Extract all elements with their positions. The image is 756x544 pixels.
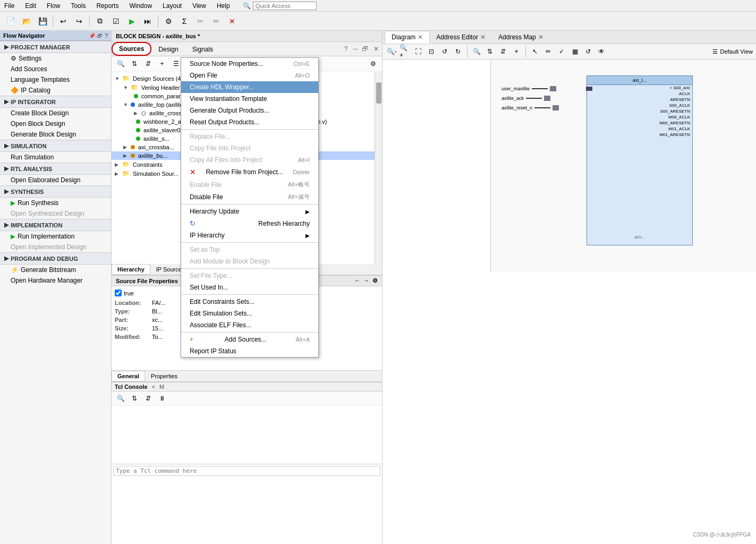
menu-tools[interactable]: Tools [69, 1, 88, 11]
section-rtl-analysis[interactable]: ▶ RTL ANALYSIS [0, 163, 111, 175]
undo-button[interactable]: ↩ [56, 14, 71, 29]
tcl-collapse-btn[interactable]: ⇅ [129, 393, 140, 404]
ctx-disable-file[interactable]: Disable File Alt+减号 [181, 191, 318, 203]
menu-file[interactable]: File [2, 1, 16, 11]
tcl-pause-btn[interactable]: ⏸ [156, 393, 168, 404]
tcl-expand-btn[interactable]: ⇵ [142, 393, 154, 404]
nav-pin-button[interactable]: 📌 [89, 33, 95, 39]
diag-view-selector[interactable]: ☰ Default View [712, 48, 753, 55]
diagram-tab-address-editor[interactable]: Address Editor ✕ [430, 31, 492, 43]
sources-help-btn[interactable]: ? [341, 45, 351, 53]
sources-collapse-btn[interactable]: ⇅ [129, 58, 140, 70]
step-button[interactable]: ⏭ [140, 14, 155, 29]
diag-validate-btn[interactable]: ▦ [569, 46, 581, 57]
save-button[interactable]: 💾 [35, 14, 50, 29]
sidebar-item-open-implemented[interactable]: Open Implemented Design [0, 242, 111, 252]
ctx-reset-output[interactable]: Reset Output Products... [181, 116, 318, 128]
section-synthesis[interactable]: ▶ SYNTHESIS [0, 185, 111, 198]
sidebar-item-language-templates[interactable]: Language Templates [0, 74, 111, 85]
sources-expand-btn[interactable]: ⇵ [142, 58, 154, 70]
diag-view-btn[interactable]: 👁 [596, 46, 607, 57]
tcl-messages-btn[interactable]: M [159, 384, 164, 390]
sum-button[interactable]: Σ [177, 14, 192, 29]
sidebar-item-open-block-design[interactable]: Open Block Design [0, 118, 111, 129]
sources-minimize-btn[interactable]: ─ [351, 45, 360, 53]
diag-fit2-btn[interactable]: ⊡ [426, 46, 437, 57]
diag-add-btn[interactable]: + [511, 46, 522, 57]
diag-refresh-btn[interactable]: ↺ [582, 46, 594, 57]
sidebar-item-open-hw-manager[interactable]: Open Hardware Manager [0, 275, 111, 286]
address-map-close[interactable]: ✕ [538, 33, 543, 41]
props-fwd-btn[interactable]: → [363, 277, 369, 284]
ctx-create-hdl-wrapper[interactable]: Create HDL Wrapper... [181, 81, 318, 93]
diag-select-btn[interactable]: ↖ [529, 46, 541, 57]
diag-fit-btn[interactable]: ⛶ [412, 46, 424, 57]
props-tab-general[interactable]: General [112, 371, 145, 381]
sidebar-item-open-synthesized[interactable]: Open Synthesized Design [0, 208, 111, 219]
section-project-manager[interactable]: ▶ PROJECT MANAGER [0, 41, 111, 53]
menu-layout[interactable]: Layout [160, 1, 184, 11]
menu-window[interactable]: Window [127, 1, 154, 11]
ctx-ip-hierarchy[interactable]: IP Hierarchy ▶ [181, 230, 318, 241]
ctx-report-ip-status[interactable]: Report IP Status [181, 345, 318, 357]
open-button[interactable]: 📂 [19, 14, 34, 29]
sidebar-item-generate-bitstream[interactable]: ⚡ Generate Bitstream [0, 265, 111, 275]
ctx-source-node-properties[interactable]: Source Node Properties... Ctrl+E [181, 58, 318, 70]
sources-add-btn[interactable]: + [156, 58, 168, 70]
enabled-checkbox[interactable] [115, 290, 122, 296]
ctx-remove-file[interactable]: ✕ Remove File from Project... Delete [181, 166, 318, 178]
ctx-hierarchy-update[interactable]: Hierarchy Update ▶ [181, 206, 318, 217]
sidebar-item-create-block-design[interactable]: Create Block Design [0, 108, 111, 118]
diag-zoom-in-btn[interactable]: 🔍+ [399, 46, 411, 57]
address-editor-close[interactable]: ✕ [480, 33, 486, 41]
tab-sources[interactable]: Sources [112, 42, 151, 56]
diagram-canvas[interactable]: axi_I... + S00_AXI ACLK ARESETN S00_ACLK… [490, 60, 756, 272]
check-button[interactable]: ☑ [108, 14, 123, 29]
sources-restore-btn[interactable]: 🗗 [360, 45, 370, 53]
cut-button[interactable]: ✂ [193, 14, 208, 29]
diag-search-btn[interactable]: 🔍 [471, 46, 482, 57]
tcl-close-btn[interactable]: × [152, 384, 155, 390]
diagram-tab-diagram[interactable]: Diagram ✕ [385, 31, 430, 44]
menu-edit[interactable]: Edit [23, 1, 38, 11]
diagram-tab-address-map[interactable]: Address Map ✕ [492, 31, 550, 43]
ctx-generate-output[interactable]: Generate Output Products... [181, 105, 318, 116]
settings-button[interactable]: ⚙ [161, 14, 176, 29]
ctx-view-instantiation[interactable]: View Instantiation Template [181, 93, 318, 105]
sidebar-item-add-sources[interactable]: Add Sources [0, 64, 111, 74]
diagram-tab-close[interactable]: ✕ [418, 33, 423, 41]
nav-help-button[interactable]: ? [105, 33, 108, 39]
ctx-associate-elf[interactable]: Associate ELF Files... [181, 319, 318, 331]
quick-access-input[interactable] [253, 2, 317, 10]
sources-close-btn[interactable]: ✕ [370, 45, 382, 53]
menu-view[interactable]: View [190, 1, 208, 11]
sidebar-item-run-simulation[interactable]: Run Simulation [0, 152, 111, 163]
close-x-button[interactable]: ✕ [225, 14, 240, 29]
tcl-search-btn[interactable]: 🔍 [115, 393, 126, 404]
nav-restore-button[interactable]: 🗗 [97, 33, 103, 39]
sources-filter-btn[interactable]: ☰ [170, 58, 182, 70]
run-button[interactable]: ▶ [124, 14, 139, 29]
tab-signals[interactable]: Signals [185, 43, 220, 55]
diag-zoom-out-btn[interactable]: 🔍- [386, 46, 397, 57]
tcl-input[interactable] [113, 466, 380, 476]
sources-settings-btn[interactable]: ⚙ [367, 58, 379, 70]
ctx-set-used-in[interactable]: Set Used In... [181, 282, 318, 293]
section-program-debug[interactable]: ▶ PROGRAM AND DEBUG [0, 252, 111, 265]
ctx-edit-constraints[interactable]: Edit Constraints Sets... [181, 296, 318, 308]
diag-expand-btn[interactable]: ⇵ [497, 46, 509, 57]
props-back-btn[interactable]: ← [354, 277, 360, 284]
ctx-open-file[interactable]: Open File Alt+O [181, 70, 318, 81]
props-tab-properties[interactable]: Properties [145, 371, 183, 381]
sources-scrollbar[interactable] [375, 72, 382, 264]
sidebar-item-ip-catalog[interactable]: 🔶 IP Catalog [0, 85, 111, 96]
bottom-tab-hierarchy[interactable]: Hierarchy [112, 264, 150, 275]
section-ip-integrator[interactable]: ▶ IP INTEGRATOR [0, 96, 111, 108]
ctx-add-sources[interactable]: + Add Sources... Alt+A [181, 334, 318, 345]
section-implementation[interactable]: ▶ IMPLEMENTATION [0, 219, 111, 231]
diag-collapse-btn[interactable]: ⇅ [484, 46, 496, 57]
section-simulation[interactable]: ▶ SIMULATION [0, 140, 111, 152]
diag-check-btn[interactable]: ✓ [556, 46, 567, 57]
edit-button[interactable]: ✏ [209, 14, 224, 29]
new-file-button[interactable]: 📄 [3, 14, 18, 29]
